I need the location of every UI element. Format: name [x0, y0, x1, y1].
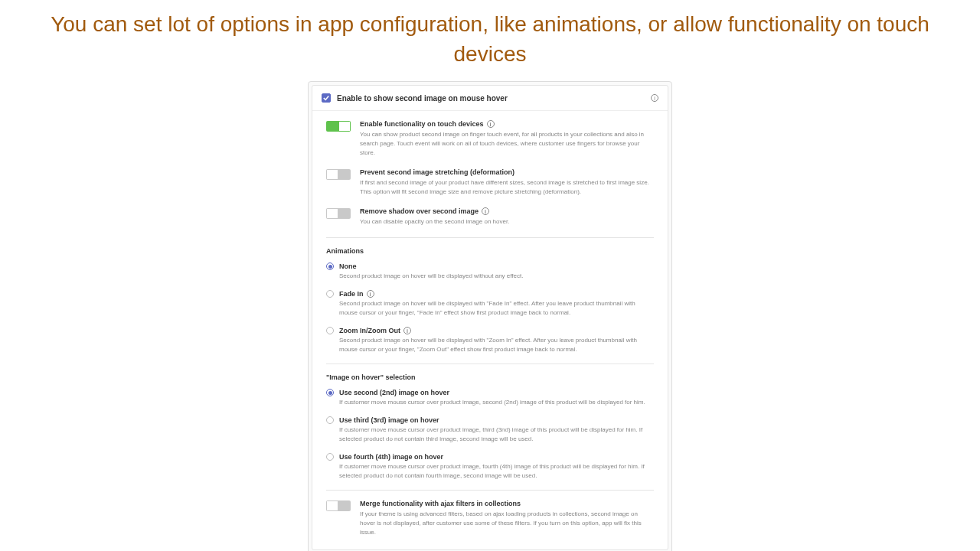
radio-row: Use third (3rd) image on hover If custom…: [326, 416, 654, 444]
sel-radio-2[interactable]: [326, 453, 334, 461]
card-header[interactable]: Enable to show second image on mouse hov…: [312, 86, 668, 111]
info-icon[interactable]: i: [482, 207, 489, 215]
radio-desc: Second product image on hover will be di…: [339, 336, 654, 354]
radio-row: None Second product image on hover will …: [326, 262, 654, 281]
radio-row: Fade Ini Second product image on hover w…: [326, 290, 654, 318]
divider: [326, 237, 654, 238]
info-icon[interactable]: i: [487, 120, 495, 128]
radio-desc: Second product image on hover will be di…: [339, 272, 654, 281]
divider: [326, 490, 654, 491]
toggle-label: Enable functionality on touch devicesi: [360, 120, 654, 128]
radio-label: Use second (2nd) image on hover: [339, 389, 449, 396]
radio-desc: If customer move mouse cursor over produ…: [339, 462, 654, 481]
toggle-2[interactable]: [326, 208, 351, 219]
toggle-row: Enable functionality on touch devicesi Y…: [326, 120, 654, 158]
radio-row: Zoom In/Zoom Outi Second product image o…: [326, 327, 654, 354]
radio-desc: If customer move mouse cursor over produ…: [339, 398, 654, 407]
divider: [326, 364, 654, 364]
settings-panel: Enable to show second image on mouse hov…: [308, 81, 672, 551]
radio-label: Use third (3rd) image on hover: [339, 416, 439, 424]
page-headline: You can set lot of options in app config…: [0, 0, 980, 81]
toggle-desc: You can show product second image on fin…: [360, 130, 654, 158]
animations-title: Animations: [326, 247, 654, 255]
toggle-desc: You can disable opacity on the second im…: [360, 217, 654, 227]
toggle-row: Remove shadow over second imagei You can…: [326, 207, 654, 227]
radio-label: Fade Ini: [339, 290, 374, 298]
toggle-label: Remove shadow over second imagei: [360, 207, 654, 215]
enable-second-image-checkbox[interactable]: [322, 93, 331, 103]
merge-label: Merge functionality with ajax filters in…: [360, 500, 654, 507]
card-second-image: Enable to show second image on mouse hov…: [312, 85, 668, 550]
info-icon[interactable]: i: [367, 290, 374, 298]
toggle-desc: If first and second image of your produc…: [360, 178, 654, 197]
radio-desc: Second product image on hover will be di…: [339, 299, 654, 318]
radio-desc: If customer move mouse cursor over produ…: [339, 425, 654, 444]
anim-radio-2[interactable]: [326, 327, 334, 334]
info-icon[interactable]: i: [651, 94, 658, 102]
sel-radio-0[interactable]: [326, 389, 334, 396]
anim-radio-0[interactable]: [326, 262, 334, 270]
card-body: Enable functionality on touch devicesi Y…: [312, 111, 668, 549]
merge-desc: If your theme is using advanced filters,…: [360, 510, 654, 537]
toggle-row: Prevent second image stretching (deforma…: [326, 168, 654, 197]
toggle-label: Prevent second image stretching (deforma…: [360, 168, 654, 176]
radio-row: Use second (2nd) image on hover If custo…: [326, 389, 654, 407]
radio-label: None: [339, 262, 357, 270]
selection-title: "Image on hover" selection: [326, 373, 654, 381]
toggle-0[interactable]: [326, 121, 351, 132]
anim-radio-1[interactable]: [326, 290, 334, 298]
radio-label: Use fourth (4th) image on hover: [339, 453, 443, 461]
card-title: Enable to show second image on mouse hov…: [337, 94, 648, 103]
radio-row: Use fourth (4th) image on hover If custo…: [326, 453, 654, 481]
merge-toggle[interactable]: [326, 500, 351, 511]
radio-label: Zoom In/Zoom Outi: [339, 327, 411, 334]
sel-radio-1[interactable]: [326, 416, 334, 424]
toggle-1[interactable]: [326, 169, 351, 180]
info-icon[interactable]: i: [403, 327, 411, 334]
merge-toggle-row: Merge functionality with ajax filters in…: [326, 500, 654, 537]
